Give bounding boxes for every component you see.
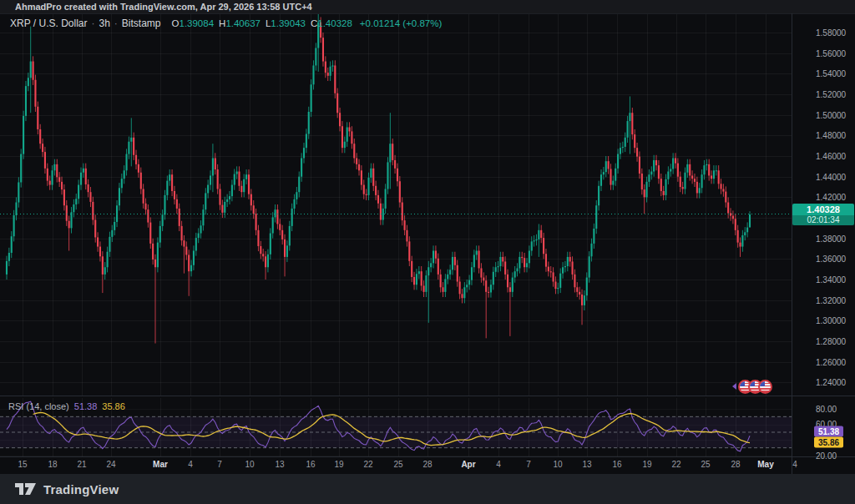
current-price-value: 1.40328: [792, 204, 854, 215]
time-axis-label: 25: [689, 460, 722, 469]
footer-bar: TradingView: [0, 474, 855, 504]
symbol-title[interactable]: XRP / U.S. Dollar: [10, 18, 87, 29]
price-axis-label: 80.00: [816, 405, 837, 414]
time-axis-label: 28: [411, 460, 444, 469]
rsi-ma-value: 35.86: [102, 401, 125, 411]
price-axis-label: 1.58000: [816, 28, 846, 38]
us-flag-event-icon[interactable]: [758, 380, 772, 394]
price-axis-label: 1.46000: [816, 152, 846, 161]
time-axis-label: 21: [65, 460, 99, 469]
time-axis-label: 15: [6, 460, 39, 469]
time-axis-label: 13: [570, 460, 604, 469]
price-axis-label: 1.34000: [816, 275, 846, 285]
price-axis-label: 1.38000: [816, 234, 846, 244]
legend-ohlc-item: O1.39084: [172, 18, 215, 28]
time-axis-label: 18: [36, 460, 69, 469]
rsi-current-value: 51.38: [74, 401, 98, 411]
event-markers: [732, 379, 772, 394]
rsi-legend: RSI (14, close) 51.38 35.86: [8, 401, 125, 411]
price-scale[interactable]: 1.40328 02:01:34 51.38 35.86 1.580001.56…: [792, 13, 855, 474]
tradingview-logo-icon[interactable]: [15, 481, 37, 496]
ohlc-values: O1.39084H1.40637L1.39043C1.40328: [172, 18, 352, 28]
time-axis-label: 10: [541, 460, 574, 469]
price-axis-label: 1.28000: [816, 337, 846, 346]
legend-separator: ·: [114, 18, 118, 29]
tradingview-snapshot: AhmadPro created with TradingView.com, A…: [0, 0, 855, 504]
time-axis-label: 4: [482, 460, 515, 469]
time-axis-label: 16: [600, 460, 634, 469]
time-axis-label: 24: [94, 460, 128, 469]
time-axis-label: 4: [174, 460, 207, 469]
price-axis-label: 1.50000: [816, 111, 846, 120]
time-axis-label: 10: [233, 460, 266, 469]
legend-separator: ·: [91, 18, 94, 29]
price-axis-label: 1.30000: [816, 316, 846, 325]
rsi-indicator-name[interactable]: RSI (14, close): [8, 401, 69, 411]
price-axis-label: 1.24000: [816, 378, 846, 387]
time-axis-label: 25: [382, 460, 415, 469]
price-axis-label: 1.44000: [816, 173, 846, 182]
price-axis-label: 1.54000: [816, 69, 846, 78]
attribution-bar: AhmadPro created with TradingView.com, A…: [0, 0, 855, 13]
time-axis-label: 4: [778, 460, 812, 469]
time-axis-label: May: [749, 460, 782, 469]
chart-canvas[interactable]: [0, 0, 855, 504]
legend-ohlc-item: C1.40328: [311, 18, 352, 28]
rsi-band: [0, 416, 792, 447]
price-axis-label: 1.52000: [816, 90, 846, 99]
time-axis-label: Apr: [452, 460, 485, 469]
interval-label[interactable]: 3h: [99, 18, 109, 29]
time-axis-label: 28: [719, 460, 752, 469]
grid-lines: [0, 13, 792, 456]
price-axis-label: 1.56000: [816, 49, 846, 58]
time-axis-label: Mar: [144, 460, 177, 469]
current-price-label: 1.40328 02:01:34: [792, 204, 854, 225]
time-axis-label: 19: [630, 460, 664, 469]
candles: [6, 10, 751, 344]
exchange-label[interactable]: Bitstamp: [122, 18, 161, 29]
time-axis-label: 13: [263, 460, 296, 469]
price-axis-label: 1.42000: [816, 193, 846, 202]
time-axis-label: 7: [512, 460, 545, 469]
rsi-ma-axis-value-label: 35.86: [814, 437, 843, 448]
brand-wordmark[interactable]: TradingView: [43, 482, 119, 496]
bar-countdown: 02:01:34: [792, 215, 854, 225]
price-axis-label: 1.26000: [816, 358, 846, 367]
time-axis-label: 22: [660, 460, 693, 469]
collapse-arrow-icon[interactable]: [732, 383, 736, 390]
symbol-legend: XRP / U.S. Dollar · 3h · Bitstamp O1.390…: [10, 18, 442, 29]
time-axis-label: 7: [203, 460, 236, 469]
time-axis-label: 19: [322, 460, 356, 469]
attribution-text: AhmadPro created with TradingView.com, A…: [15, 2, 312, 12]
time-scale[interactable]: 15182124Mar4710131619222528Apr4710131619…: [0, 457, 855, 474]
price-axis-label: 1.48000: [816, 131, 846, 140]
time-axis-label: 22: [352, 460, 385, 469]
legend-ohlc-item: L1.39043: [266, 18, 306, 28]
rsi-axis-value-label: 51.38: [814, 426, 843, 437]
change-value: +0.01214 (+0.87%): [360, 18, 442, 28]
price-axis-label: 1.32000: [816, 296, 846, 305]
price-axis-label: 1.36000: [816, 255, 846, 264]
legend-ohlc-item: H1.40637: [219, 18, 261, 28]
